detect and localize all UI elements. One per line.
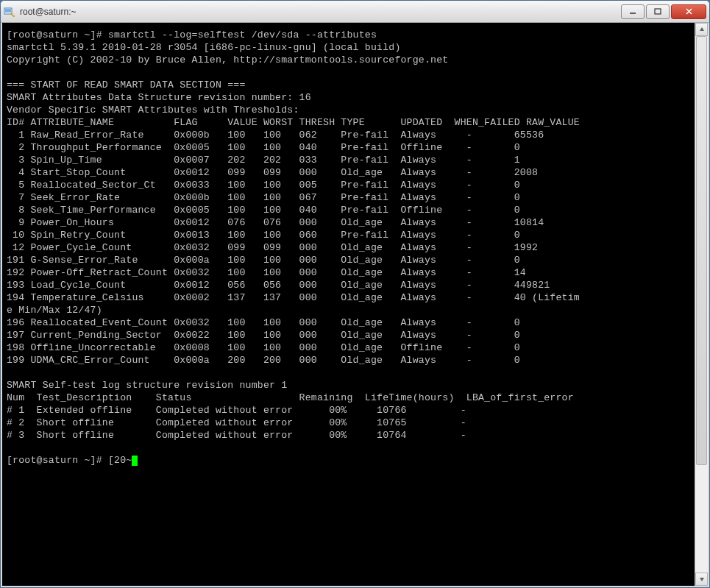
- terminal-cursor: [132, 456, 138, 466]
- putty-icon: [4, 6, 15, 18]
- svg-rect-3: [655, 9, 661, 14]
- client-area: [root@saturn ~]# smartctl --log=selftest…: [1, 23, 709, 587]
- putty-window: root@saturn:~ [root@saturn ~]# smartctl …: [0, 0, 710, 588]
- scrollbar-track[interactable]: [695, 36, 708, 573]
- svg-rect-1: [5, 9, 11, 13]
- window-title: root@saturn:~: [20, 7, 620, 17]
- titlebar[interactable]: root@saturn:~: [1, 1, 709, 23]
- scroll-down-button[interactable]: [695, 573, 708, 586]
- scroll-up-button[interactable]: [695, 23, 708, 36]
- scrollbar-thumb[interactable]: [696, 36, 707, 465]
- close-button[interactable]: [671, 4, 706, 19]
- scrollbar[interactable]: [695, 23, 708, 586]
- window-buttons: [620, 4, 706, 19]
- minimize-button[interactable]: [621, 4, 645, 19]
- terminal-output[interactable]: [root@saturn ~]# smartctl --log=selftest…: [2, 23, 695, 586]
- svg-marker-7: [700, 578, 704, 581]
- maximize-button[interactable]: [646, 4, 670, 19]
- svg-marker-6: [700, 27, 704, 31]
